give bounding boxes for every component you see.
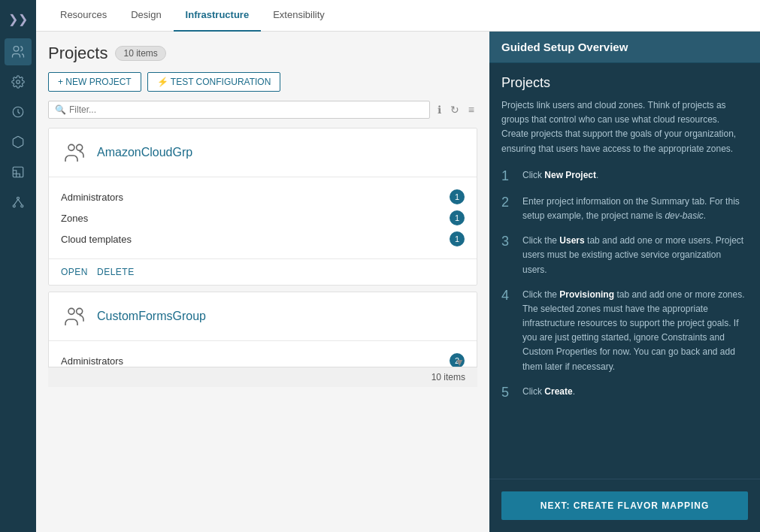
svg-rect-3 (13, 167, 23, 177)
refresh-icon[interactable]: ↻ (447, 102, 462, 117)
step-text-5: Click Create. (522, 385, 575, 399)
project-card-body: Administrators 1 Zones 1 Cloud templates… (49, 177, 477, 258)
next-button[interactable]: NEXT: CREATE FLAVOR MAPPING (501, 491, 748, 520)
guided-section-title: Projects (501, 75, 748, 91)
bottom-count-label: 10 items (431, 372, 465, 382)
project-group-icon (61, 139, 88, 166)
sidebar-icon-clock[interactable] (5, 98, 32, 125)
step-num-5: 5 (501, 385, 513, 401)
guided-setup-title: Guided Setup Overview (501, 41, 628, 53)
step-text-4: Click the Provisioning tab and add one o… (522, 288, 748, 374)
project-card: AmazonCloudGrp Administrators 1 Zones 1 … (48, 128, 477, 286)
svg-line-7 (14, 199, 18, 205)
new-project-button[interactable]: + NEW PROJECT (48, 72, 141, 92)
content-area: Projects 10 items + NEW PROJECT ⚡ TEST C… (36, 32, 760, 532)
filter-input[interactable] (69, 104, 423, 115)
project-card-header: AmazonCloudGrp (49, 128, 477, 177)
stat-zones: Zones 1 (61, 207, 465, 228)
svg-point-0 (14, 47, 19, 52)
guided-setup-body: Projects Projects link users and cloud z… (489, 63, 760, 479)
step-text-2: Enter project information on the Summary… (522, 195, 748, 223)
guided-step-2: 2 Enter project information on the Summa… (501, 195, 748, 223)
stat-cloud-templates: Cloud templates 1 (61, 228, 465, 249)
svg-point-10 (77, 144, 83, 150)
left-panel: Projects 10 items + NEW PROJECT ⚡ TEST C… (36, 32, 489, 532)
sidebar-icon-users[interactable] (5, 38, 32, 65)
filter-input-wrap[interactable]: 🔍 (48, 101, 430, 119)
stat-badge-administrators: 1 (450, 189, 465, 204)
tab-infrastructure[interactable]: Infrastructure (174, 0, 262, 32)
bottom-count-bar: 10 items (48, 367, 477, 387)
tab-design[interactable]: Design (119, 0, 173, 32)
test-configuration-button[interactable]: ⚡ TEST CONFIGURATION (147, 72, 281, 92)
guided-step-1: 1 Click New Project. (501, 168, 748, 184)
stat-badge-cloud-templates: 1 (450, 231, 465, 246)
delete-link[interactable]: DELETE (97, 267, 135, 277)
sidebar-icon-network[interactable] (5, 189, 32, 216)
project-card-footer: OPEN DELETE (49, 258, 477, 285)
info-icon[interactable]: ℹ (435, 102, 444, 117)
sidebar: ❯❯ (0, 0, 36, 532)
sidebar-expand-icon[interactable]: ❯❯ (2, 6, 34, 32)
page-title: Projects (48, 44, 107, 63)
stat-label-administrators: Administrators (61, 192, 123, 203)
stat-label-zones: Zones (61, 213, 88, 224)
page-header: Projects 10 items (48, 44, 477, 63)
top-nav: Resources Design Infrastructure Extensib… (36, 0, 760, 32)
guided-setup-header: Guided Setup Overview (489, 32, 760, 63)
guided-step-5: 5 Click Create. (501, 385, 748, 401)
svg-point-12 (77, 308, 83, 314)
project-name[interactable]: AmazonCloudGrp (97, 146, 192, 159)
main-container: Resources Design Infrastructure Extensib… (36, 0, 760, 532)
step-num-4: 4 (501, 288, 513, 304)
toolbar: + NEW PROJECT ⚡ TEST CONFIGURATION (48, 72, 477, 92)
svg-point-5 (13, 205, 15, 207)
tab-extensibility[interactable]: Extensibility (261, 0, 337, 32)
stat-administrators: Administrators 1 (61, 186, 465, 207)
guided-setup-panel: Guided Setup Overview Projects Projects … (489, 32, 760, 532)
list-view-icon[interactable]: ≡ (465, 102, 477, 117)
svg-point-1 (17, 80, 20, 84)
project-card-2-header: CustomFormsGroup (49, 292, 477, 341)
step-num-2: 2 (501, 195, 513, 210)
guided-setup-footer: NEXT: CREATE FLAVOR MAPPING (489, 479, 760, 532)
project-list: AmazonCloudGrp Administrators 1 Zones 1 … (48, 128, 477, 387)
svg-point-4 (17, 197, 20, 199)
search-icon: 🔍 (55, 104, 66, 115)
svg-point-9 (68, 144, 74, 150)
tab-resources[interactable]: Resources (48, 0, 119, 32)
project-name-2[interactable]: CustomFormsGroup (97, 310, 206, 323)
stat-badge-zones: 1 (450, 210, 465, 225)
step-text-1: Click New Project. (522, 168, 598, 183)
filter-actions: ℹ ↻ ≡ (435, 102, 477, 117)
items-count-badge: 10 items (115, 46, 165, 61)
guided-description: Projects link users and cloud zones. Thi… (501, 98, 748, 156)
step-text-3: Click the Users tab and add one or more … (522, 234, 748, 277)
step-num-1: 1 (501, 168, 513, 184)
stat-2-label-administrators: Administrators (61, 355, 123, 367)
sidebar-icon-chart[interactable] (5, 159, 32, 186)
open-link[interactable]: OPEN (61, 267, 88, 277)
svg-point-6 (21, 205, 23, 207)
filter-bar: 🔍 ℹ ↻ ≡ (48, 101, 477, 119)
svg-line-8 (18, 199, 22, 205)
guided-step-3: 3 Click the Users tab and add one or mor… (501, 234, 748, 277)
stat-label-cloud-templates: Cloud templates (61, 234, 132, 245)
sidebar-icon-settings[interactable] (5, 68, 32, 95)
project-group-icon-2 (61, 303, 88, 330)
step-num-3: 3 (501, 234, 513, 249)
svg-point-11 (68, 308, 74, 314)
guided-step-4: 4 Click the Provisioning tab and add one… (501, 288, 748, 374)
sidebar-icon-box[interactable] (5, 128, 32, 156)
